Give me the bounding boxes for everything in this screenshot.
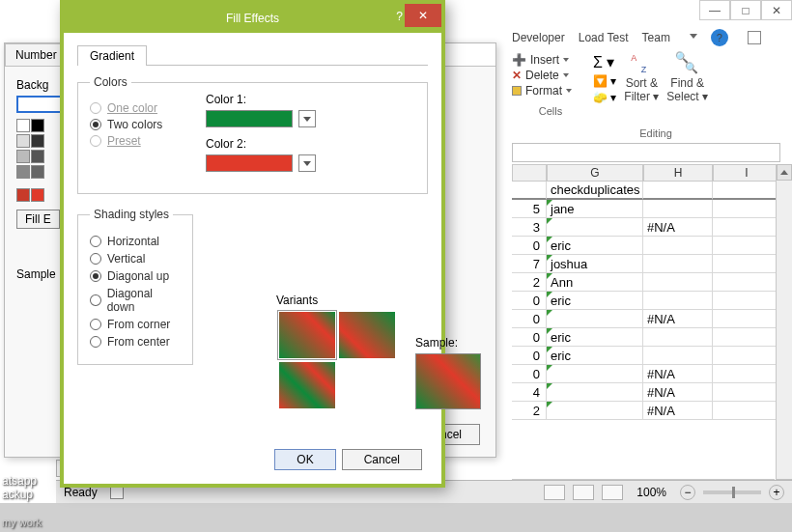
- cell[interactable]: [512, 182, 547, 200]
- cell[interactable]: #N/A: [643, 218, 713, 237]
- color2-dropdown-icon[interactable]: [298, 154, 316, 172]
- shading-diagonal-up-radio[interactable]: Diagonal up: [90, 269, 181, 283]
- shading-from-corner-radio[interactable]: From corner: [90, 318, 181, 331]
- tab-loadtest[interactable]: Load Test: [579, 31, 629, 44]
- window-icon[interactable]: [748, 31, 761, 44]
- maximize-button[interactable]: □: [730, 0, 761, 20]
- cell[interactable]: [547, 218, 643, 237]
- cell[interactable]: [713, 255, 780, 273]
- clear-icon[interactable]: 🧽 ▾: [593, 91, 616, 104]
- cell[interactable]: #N/A: [643, 383, 713, 402]
- cell[interactable]: 4: [512, 383, 547, 402]
- cell[interactable]: [713, 310, 780, 328]
- cell[interactable]: [713, 292, 780, 310]
- color1-picker[interactable]: [206, 110, 415, 127]
- help-icon[interactable]: ?: [711, 29, 728, 46]
- tab-gradient[interactable]: Gradient: [77, 45, 147, 66]
- col-header-g[interactable]: G: [547, 164, 643, 182]
- shading-diagonal-down-radio[interactable]: Diagonal down: [90, 287, 181, 314]
- zoom-out-button[interactable]: −: [680, 485, 695, 500]
- tab-developer[interactable]: Developer: [512, 31, 565, 44]
- shading-horizontal-radio[interactable]: Horizontal: [90, 235, 181, 248]
- variant-2[interactable]: [338, 311, 396, 359]
- cell[interactable]: eric: [547, 347, 643, 365]
- cell[interactable]: 7: [512, 255, 547, 273]
- cell[interactable]: #N/A: [643, 365, 713, 383]
- scroll-up-icon[interactable]: [777, 164, 792, 181]
- cell[interactable]: 0: [512, 365, 547, 383]
- cell[interactable]: 0: [512, 237, 547, 255]
- cell[interactable]: [713, 365, 780, 383]
- cell[interactable]: [643, 328, 713, 347]
- cell[interactable]: 3: [512, 218, 547, 237]
- cell[interactable]: [547, 383, 643, 402]
- cell[interactable]: joshua: [547, 255, 643, 273]
- dialog-titlebar[interactable]: Fill Effects ? ✕: [64, 4, 441, 33]
- cell[interactable]: [547, 365, 643, 383]
- cell[interactable]: [643, 292, 713, 310]
- cell[interactable]: 0: [512, 347, 547, 365]
- taskbar[interactable]: [0, 503, 792, 532]
- variant-3[interactable]: [278, 361, 336, 409]
- color1-swatch[interactable]: [206, 110, 293, 127]
- cell[interactable]: [643, 255, 713, 273]
- cell[interactable]: 0: [512, 328, 547, 347]
- zoom-level[interactable]: 100%: [636, 486, 666, 499]
- cell[interactable]: [643, 237, 713, 255]
- col-header-i[interactable]: I: [713, 164, 780, 182]
- variant-1[interactable]: [278, 311, 336, 359]
- cell[interactable]: 2: [512, 402, 547, 420]
- tab-team[interactable]: Team: [642, 31, 670, 44]
- cell[interactable]: 0: [512, 292, 547, 310]
- cell[interactable]: [713, 402, 780, 420]
- cell[interactable]: [713, 328, 780, 347]
- cell[interactable]: checkduplicates: [547, 182, 643, 200]
- cell[interactable]: #N/A: [643, 402, 713, 420]
- ok-button[interactable]: OK: [274, 449, 335, 470]
- cell[interactable]: [643, 182, 713, 200]
- chevron-down-icon[interactable]: [690, 34, 697, 39]
- shading-vertical-radio[interactable]: Vertical: [90, 252, 181, 266]
- cell[interactable]: [643, 347, 713, 365]
- cell[interactable]: 0: [512, 310, 547, 328]
- fill-icon[interactable]: 🔽 ▾: [593, 74, 616, 88]
- cell[interactable]: [713, 347, 780, 365]
- cell[interactable]: jane: [547, 200, 643, 218]
- color1-dropdown-icon[interactable]: [298, 110, 316, 127]
- spreadsheet-grid[interactable]: checkduplicates5jane3#N/A0eric7joshua2An…: [512, 182, 780, 420]
- col-header-h[interactable]: H: [643, 164, 713, 182]
- view-normal-icon[interactable]: [544, 485, 565, 500]
- cell[interactable]: #N/A: [643, 310, 713, 328]
- zoom-slider[interactable]: [703, 490, 761, 494]
- vertical-scrollbar[interactable]: [776, 164, 792, 495]
- format-button[interactable]: Format: [512, 84, 589, 98]
- cell[interactable]: eric: [547, 292, 643, 310]
- dialog-close-button[interactable]: ✕: [405, 4, 441, 27]
- close-button[interactable]: ✕: [761, 0, 792, 20]
- cell[interactable]: [547, 402, 643, 420]
- formula-bar[interactable]: [512, 143, 780, 162]
- find-select-button[interactable]: Find & Select ▾: [666, 53, 708, 104]
- view-layout-icon[interactable]: [573, 485, 594, 500]
- cell[interactable]: eric: [547, 237, 643, 255]
- cell[interactable]: [713, 273, 780, 292]
- cell[interactable]: [547, 310, 643, 328]
- shading-from-center-radio[interactable]: From center: [90, 335, 181, 349]
- view-break-icon[interactable]: [602, 485, 623, 500]
- minimize-button[interactable]: —: [699, 0, 730, 20]
- cell[interactable]: [713, 237, 780, 255]
- cell[interactable]: [713, 218, 780, 237]
- fill-effects-button[interactable]: Fill E: [16, 210, 60, 229]
- sum-icon[interactable]: Σ ▾: [593, 53, 616, 71]
- cell[interactable]: 2: [512, 273, 547, 292]
- cell[interactable]: [713, 383, 780, 402]
- cell[interactable]: Ann: [547, 273, 643, 292]
- cell[interactable]: 5: [512, 200, 547, 218]
- color2-swatch[interactable]: [206, 154, 293, 172]
- color2-picker[interactable]: [206, 154, 415, 172]
- sort-filter-button[interactable]: Sort & Filter ▾: [624, 53, 659, 104]
- cell[interactable]: [643, 273, 713, 292]
- zoom-in-button[interactable]: +: [769, 485, 784, 500]
- delete-button[interactable]: ✕Delete: [512, 69, 589, 82]
- cell[interactable]: [713, 200, 780, 218]
